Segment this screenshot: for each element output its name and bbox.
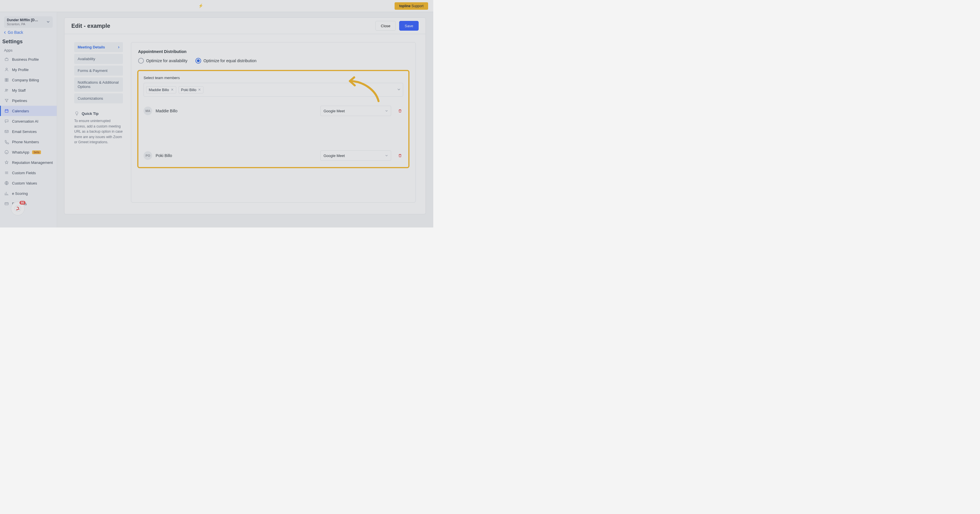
sidebar-item-company-billing[interactable]: Company Billing <box>0 75 57 85</box>
tab-meeting-details[interactable]: Meeting Details <box>74 42 123 52</box>
team-multi-select[interactable]: Maddie Billo ✕ Poki Billo ✕ <box>143 83 403 97</box>
sidebar-item-email-services[interactable]: Email Services <box>0 126 57 137</box>
assistant-count: 66 <box>19 201 25 205</box>
sidebar-item-domains[interactable]: Domains <box>0 199 57 209</box>
go-back-label: Go Back <box>8 30 23 35</box>
sidebar-item-scoring[interactable]: e Scoring <box>0 188 57 199</box>
chevron-down-icon[interactable] <box>397 88 401 92</box>
go-back-link[interactable]: Go Back <box>4 30 53 35</box>
trash-icon <box>398 153 402 158</box>
page-title: Edit - example <box>72 22 110 29</box>
calendar-icon <box>4 108 9 113</box>
svg-point-6 <box>5 89 6 90</box>
avatar: PO <box>143 151 152 160</box>
chip-label: Maddie Billo <box>149 88 169 92</box>
user-icon <box>4 67 9 72</box>
member-row: MA Maddie Billo Google Meet <box>143 106 403 116</box>
close-button[interactable]: Close <box>375 21 396 31</box>
select-value: Google Meet <box>323 154 345 158</box>
chip-team-member: Poki Billo ✕ <box>178 86 204 93</box>
assistant-bubble[interactable]: 66 <box>11 202 25 215</box>
phone-icon <box>4 139 9 145</box>
distribution-title: Appointment Distribution <box>138 49 409 54</box>
settings-heading: Settings <box>2 39 54 45</box>
quick-tip: Quick Tip To ensure uninterrupted access… <box>74 111 123 145</box>
svg-point-13 <box>14 205 21 212</box>
beta-badge: beta <box>32 150 41 154</box>
svg-rect-9 <box>5 130 8 133</box>
sidebar-nav: Business Profile My Profile Company Bill… <box>0 54 57 209</box>
sidebar-section-label: Apps <box>4 48 53 53</box>
topbar-center: ⚡ <box>3 0 395 12</box>
chart-icon <box>4 191 9 196</box>
distribution-radios: Optimize for availability Optimize for e… <box>138 58 409 64</box>
sidebar-item-business-profile[interactable]: Business Profile <box>0 54 57 64</box>
globe-icon <box>4 180 9 186</box>
sidebar-item-my-staff[interactable]: My Staff <box>0 85 57 95</box>
delete-member-button[interactable] <box>398 153 402 158</box>
chevron-left-icon <box>4 31 6 34</box>
funnel-icon <box>4 98 9 103</box>
sidebar-item-phone-numbers[interactable]: Phone Numbers <box>0 137 57 147</box>
location-sub: Scranton, PA <box>7 22 25 26</box>
svg-rect-2 <box>5 78 6 80</box>
sidebar: Dunder Mifflin [D… Scranton, PA Go Back … <box>0 12 57 228</box>
radio-optimize-availability[interactable]: Optimize for availability <box>138 58 188 64</box>
content-panel: Appointment Distribution Optimize for av… <box>131 42 416 202</box>
sidebar-item-pipelines[interactable]: Pipelines <box>0 95 57 106</box>
tab-availability[interactable]: Availability <box>74 54 123 64</box>
svg-rect-4 <box>5 80 6 82</box>
svg-point-1 <box>6 68 7 70</box>
sliders-icon <box>4 170 9 175</box>
main: Edit - example Close Save Meeting Detail… <box>57 12 433 228</box>
svg-point-10 <box>5 150 8 154</box>
chip-remove-icon[interactable]: ✕ <box>171 88 173 92</box>
sidebar-item-calendars[interactable]: Calendars <box>0 106 57 116</box>
svg-rect-12 <box>5 202 8 205</box>
sidebar-item-reputation[interactable]: Reputation Management <box>0 157 57 168</box>
star-icon <box>4 160 9 165</box>
support-button[interactable]: topline Support <box>395 2 428 10</box>
card-icon <box>4 201 9 206</box>
chip-label: Poki Billo <box>181 88 196 92</box>
whatsapp-icon <box>4 150 9 155</box>
chat-icon <box>4 119 9 124</box>
team-title: Select team members <box>143 76 403 80</box>
radio-optimize-equal[interactable]: Optimize for equal distribution <box>196 58 256 64</box>
tab-customizations[interactable]: Customizations <box>74 93 123 103</box>
tabs-column: Meeting Details Availability Forms & Pay… <box>74 42 123 202</box>
radio-icon <box>138 58 144 64</box>
tab-notifications[interactable]: Notifications & Additional Options <box>74 77 123 92</box>
svg-rect-3 <box>7 78 8 80</box>
integration-select[interactable]: Google Meet <box>320 106 391 116</box>
sidebar-item-my-profile[interactable]: My Profile <box>0 64 57 75</box>
location-title: Dunder Mifflin [D… <box>7 18 38 22</box>
chip-remove-icon[interactable]: ✕ <box>198 88 201 92</box>
tab-forms-payment[interactable]: Forms & Payment <box>74 65 123 76</box>
sidebar-item-whatsapp[interactable]: WhatsAppbeta <box>0 147 57 157</box>
support-brand: topline <box>399 4 410 8</box>
delete-member-button[interactable] <box>398 108 402 113</box>
chevron-right-icon <box>118 46 119 49</box>
svg-rect-5 <box>7 80 8 82</box>
location-switcher[interactable]: Dunder Mifflin [D… Scranton, PA <box>4 16 53 28</box>
tip-body: To ensure uninterrupted access, add a cu… <box>74 118 123 145</box>
svg-point-14 <box>19 209 19 210</box>
assistant-icon <box>14 205 21 212</box>
team-members-box: Select team members Maddie Billo ✕ Poki … <box>137 70 409 168</box>
save-button[interactable]: Save <box>399 21 418 31</box>
avatar: MA <box>143 107 152 115</box>
sidebar-item-conversation-ai[interactable]: Conversation AI <box>0 116 57 126</box>
chip-team-member: Maddie Billo ✕ <box>146 86 176 93</box>
briefcase-icon <box>4 57 9 62</box>
sidebar-item-custom-fields[interactable]: Custom Fields <box>0 168 57 178</box>
lightbulb-icon <box>74 111 80 116</box>
topbar: ⚡ topline Support <box>0 0 433 12</box>
users-icon <box>4 88 9 93</box>
chevron-down-icon <box>385 154 388 157</box>
sidebar-item-custom-values[interactable]: Custom Values <box>0 178 57 188</box>
integration-select[interactable]: Google Meet <box>320 150 391 161</box>
mail-icon <box>4 129 9 134</box>
svg-rect-8 <box>5 110 8 112</box>
chevron-down-icon <box>46 20 50 24</box>
